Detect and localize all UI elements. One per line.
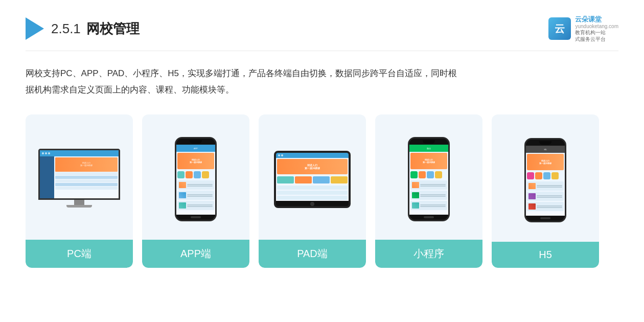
brand-text-block: 云朵课堂 yunduoketang.com 教育机构一站 式服务云平台	[575, 15, 618, 42]
h5-image-area: H5 招进人们第一届冲榜课	[492, 114, 599, 242]
app-label: APP端	[142, 240, 249, 268]
brand-domain: yunduoketang.com	[575, 24, 618, 29]
pc-monitor-icon: 招进人们第一届冲榜课	[38, 149, 120, 210]
card-pad: 招进人们第一届冲榜课	[259, 114, 366, 268]
h5-label: H5	[492, 242, 599, 268]
header-right: 云朵课堂 yunduoketang.com 教育机构一站 式服务云平台	[548, 15, 618, 42]
page-header: 2.5.1 网校管理 云朵课堂 yunduoketang.com 教育机构一站 …	[26, 15, 618, 51]
page-title: 2.5.1 网校管理	[51, 20, 140, 38]
app-image-area: APP 招进人们第一届冲榜课	[142, 114, 249, 240]
miniprogram-label: 小程序	[375, 240, 482, 268]
pc-label: PC端	[26, 240, 133, 268]
brand-subtitle: 教育机构一站 式服务云平台	[575, 29, 618, 42]
brand-logo: 云朵课堂 yunduoketang.com 教育机构一站 式服务云平台	[548, 15, 618, 42]
pad-label: PAD端	[259, 240, 366, 268]
page-container: 2.5.1 网校管理 云朵课堂 yunduoketang.com 教育机构一站 …	[0, 0, 644, 322]
pc-image-area: 招进人们第一届冲榜课	[26, 114, 133, 240]
h5-phone-icon: H5 招进人们第一届冲榜课	[524, 138, 566, 222]
card-pc: 招进人们第一届冲榜课	[26, 114, 133, 268]
pad-image-area: 招进人们第一届冲榜课	[259, 114, 366, 240]
header-left: 2.5.1 网校管理	[26, 17, 140, 40]
card-app: APP 招进人们第一届冲榜课	[142, 114, 249, 268]
app-phone-icon: APP 招进人们第一届冲榜课	[175, 137, 217, 221]
cards-container: 招进人们第一届冲榜课	[26, 114, 618, 268]
miniprogram-phone-icon: 微信 招进人们第一届冲榜课	[408, 137, 450, 221]
title-text: 网校管理	[86, 21, 140, 36]
card-h5: H5 招进人们第一届冲榜课	[492, 114, 599, 268]
brand-icon	[548, 17, 571, 40]
section-number: 2.5.1	[51, 21, 81, 36]
pad-tablet-icon: 招进人们第一届冲榜课	[274, 151, 351, 208]
logo-triangle-icon	[26, 17, 44, 40]
description-text: 网校支持PC、APP、PAD、小程序、H5，实现多端打通，产品各终端自由切换，数…	[26, 65, 465, 99]
card-miniprogram: 微信 招进人们第一届冲榜课	[375, 114, 482, 268]
miniprogram-image-area: 微信 招进人们第一届冲榜课	[375, 114, 482, 240]
brand-name: 云朵课堂	[575, 15, 618, 24]
